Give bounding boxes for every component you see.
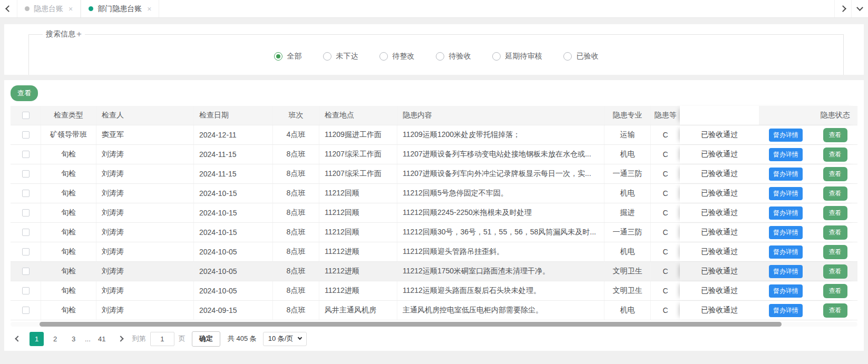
ledger-table-panel: 查看 检查类型 检查人 检查日期 班次 检查地点 隐患内容 隐患专业 隐患等 隐… [4,80,864,351]
radio-option-pending-accept[interactable]: 待验收 [436,52,471,61]
confirm-button[interactable]: 确定 [192,331,220,347]
supervise-detail-button[interactable]: 督办详情 [769,129,803,142]
cell-location: 11207综采工作面 [319,145,397,164]
next-page-button[interactable] [113,331,128,346]
row-view-button[interactable]: 查看 [823,264,847,279]
row-checkbox[interactable] [22,131,30,139]
tabs-scroll-right-button[interactable] [834,0,851,17]
cell-content: 11212回顺2245-2250米拖根未及时处理 [397,203,604,222]
cell-shift: 8点班 [273,281,319,300]
status-text: 已验收通过 [680,164,759,183]
cell-check-type: 旬检 [41,145,96,164]
expand-plus-icon[interactable]: + [76,31,82,37]
radio-option-not-issued[interactable]: 未下达 [323,52,358,61]
horizontal-scrollbar-thumb[interactable] [40,322,782,327]
tab-bar: 隐患台账 × 部门隐患台账 × [0,0,868,18]
tab-dept-hidden-danger-ledger[interactable]: 部门隐患台账 × [81,0,159,17]
cell-date: 2024-10-05 [194,262,273,281]
radio-option-pending-rectify[interactable]: 待整改 [379,52,415,61]
supervise-detail-button[interactable]: 督办详情 [769,284,803,298]
cell-content: 11212回顺5号急停固定不牢固。 [397,184,604,203]
goto-page-input[interactable] [150,332,174,346]
horizontal-scrollbar-track[interactable] [11,322,857,327]
table-row: 旬检 刘涛涛 2024-11-15 8点班 11207综采工作面 11207进顺… [11,145,857,164]
cell-inspector: 刘涛涛 [96,242,194,261]
row-fixed-group: 已验收通过 督办详情 查看 [680,223,857,242]
supervise-detail-button[interactable]: 督办详情 [769,148,803,161]
cell-date: 2024-09-15 [194,301,273,320]
supervise-detail-button[interactable]: 督办详情 [769,265,803,278]
row-view-button[interactable]: 查看 [823,206,847,220]
supervise-detail-button[interactable]: 督办详情 [769,304,803,317]
cell-specialty: 一通三防 [604,223,651,242]
tabs-menu-button[interactable] [851,0,868,17]
row-checkbox[interactable] [22,287,30,294]
row-checkbox[interactable] [22,151,30,158]
radio-option-deferred-review[interactable]: 延期待审核 [492,52,542,61]
row-checkbox[interactable] [22,170,30,178]
cell-check-type: 旬检 [41,203,96,222]
search-legend: 搜索信息+ [43,29,85,39]
row-checkbox[interactable] [22,229,30,236]
row-checkbox-cell [11,203,41,222]
tabs-scroll-left-button[interactable] [0,0,17,17]
close-icon[interactable]: × [147,5,151,13]
row-checkbox[interactable] [22,248,30,255]
row-checkbox[interactable] [22,307,30,314]
supervise-detail-button[interactable]: 督办详情 [769,245,803,259]
select-all-checkbox[interactable] [22,112,30,119]
supervise-detail-button[interactable]: 督办详情 [769,187,803,200]
row-view-button[interactable]: 查看 [823,147,847,162]
fixed-header-spacer [680,106,759,125]
view-cell: 查看 [813,203,857,222]
row-view-button[interactable]: 查看 [823,225,847,240]
table-row: 旬检 刘涛涛 2024-10-05 8点班 11212进顺 11212回顺迎头管… [11,242,857,262]
supervise-cell: 督办详情 [759,184,813,203]
cell-specialty: 一通三防 [604,164,651,183]
radio-option-all[interactable]: 全部 [274,52,302,61]
supervise-detail-button[interactable]: 督办详情 [769,168,803,181]
row-view-button[interactable]: 查看 [823,128,847,142]
view-button[interactable]: 查看 [11,85,38,101]
page-number-1[interactable]: 1 [30,332,44,346]
row-view-button[interactable]: 查看 [823,284,847,298]
radio-icon [492,52,501,61]
row-checkbox[interactable] [22,268,30,275]
search-fieldset: 搜索信息+ 全部 未下达 待整改 待验收 延期待审核 [28,29,844,75]
chevron-left-icon [5,5,12,12]
supervise-cell: 督办详情 [759,242,813,261]
row-view-button[interactable]: 查看 [823,167,847,181]
row-checkbox[interactable] [22,190,30,197]
supervise-detail-button[interactable]: 督办详情 [769,206,803,220]
page-number-2[interactable]: 2 [48,332,62,346]
cell-inspector: 窦亚军 [96,125,194,144]
tab-hidden-danger-ledger[interactable]: 隐患台账 × [17,0,81,17]
cell-grade: C [651,125,680,144]
row-view-button[interactable]: 查看 [823,186,847,201]
row-view-button[interactable]: 查看 [823,303,847,318]
page-ellipsis[interactable]: ... [85,335,91,343]
page-size-select[interactable]: 10 条/页 [263,332,307,346]
row-view-button[interactable]: 查看 [823,245,847,259]
page-number-41[interactable]: 41 [95,332,109,346]
supervise-detail-button[interactable]: 督办详情 [769,226,803,239]
tab-status-dot [89,6,93,11]
status-filter-group: 全部 未下达 待整改 待验收 延期待审核 已验收 [29,52,843,61]
cell-shift: 8点班 [273,262,319,281]
page-number-3[interactable]: 3 [66,332,81,346]
cell-check-type: 旬检 [41,281,96,300]
row-fixed-group: 已验收通过 督办详情 查看 [680,262,857,281]
col-header-date: 检查日期 [194,106,273,125]
cell-specialty: 运输 [604,125,651,144]
close-icon[interactable]: × [69,5,73,13]
row-checkbox-cell [11,125,41,144]
row-checkbox[interactable] [22,209,30,217]
col-header-shift: 班次 [273,106,319,125]
prev-page-button[interactable] [11,331,25,346]
radio-option-accepted[interactable]: 已验收 [563,52,599,61]
row-fixed-group: 已验收通过 督办详情 查看 [680,203,857,222]
table-row: 旬检 刘涛涛 2024-10-15 8点班 11212回顺 11212回顺30号… [11,223,857,242]
table-row: 旬检 刘涛涛 2024-10-05 8点班 11212进顺 11212运顺迎头路… [11,281,857,301]
cell-inspector: 刘涛涛 [96,164,194,183]
cell-check-type: 旬检 [41,242,96,261]
